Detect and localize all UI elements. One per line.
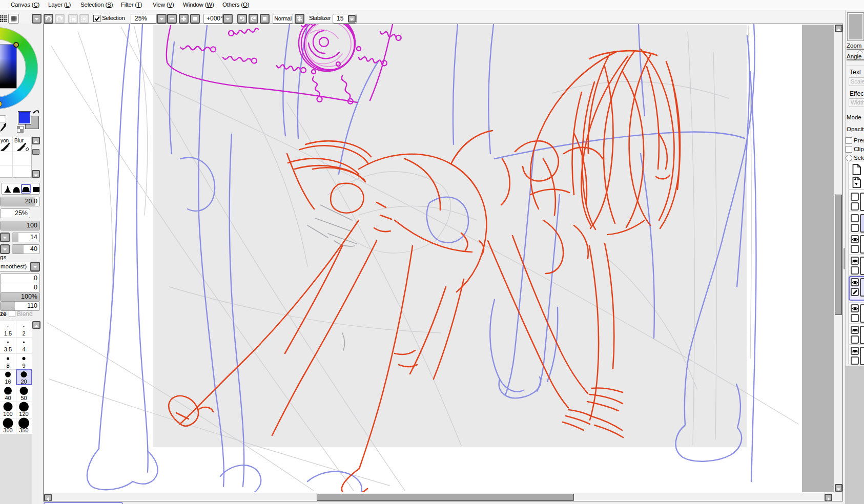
svg-text:120: 120	[19, 411, 28, 417]
svg-text:4: 4	[22, 346, 25, 352]
svg-text:1.5: 1.5	[4, 330, 12, 337]
svg-text:40: 40	[5, 395, 11, 401]
svg-text:9: 9	[22, 363, 25, 369]
svg-text:3.5: 3.5	[4, 346, 12, 352]
svg-text:50: 50	[20, 395, 27, 401]
svg-text:350: 350	[19, 427, 28, 433]
svg-text:20: 20	[20, 379, 27, 385]
svg-text:300: 300	[3, 427, 12, 433]
svg-text:2: 2	[22, 330, 25, 337]
svg-text:16: 16	[5, 379, 11, 385]
svg-text:8: 8	[6, 363, 9, 369]
svg-text:100: 100	[3, 411, 12, 417]
